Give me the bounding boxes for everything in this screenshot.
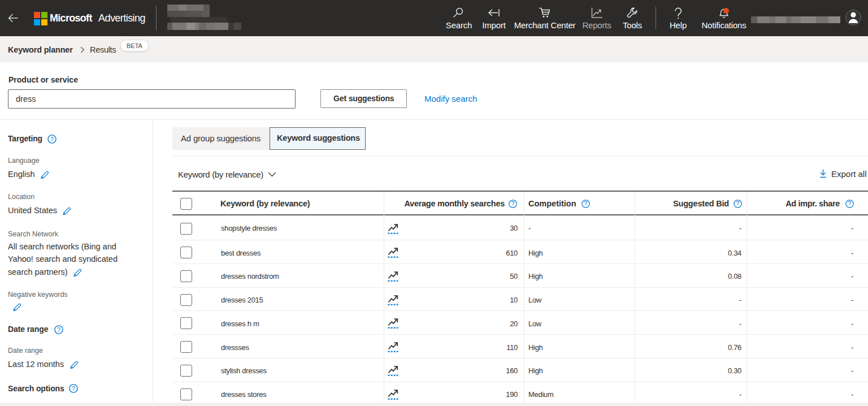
- svg-text:?: ?: [72, 386, 75, 392]
- svg-text:?: ?: [57, 327, 60, 333]
- svg-text:?: ?: [736, 200, 740, 207]
- svg-text:?: ?: [511, 200, 515, 207]
- svg-text:?: ?: [584, 200, 588, 207]
- svg-text:?: ?: [848, 200, 852, 207]
- svg-text:?: ?: [50, 136, 54, 142]
